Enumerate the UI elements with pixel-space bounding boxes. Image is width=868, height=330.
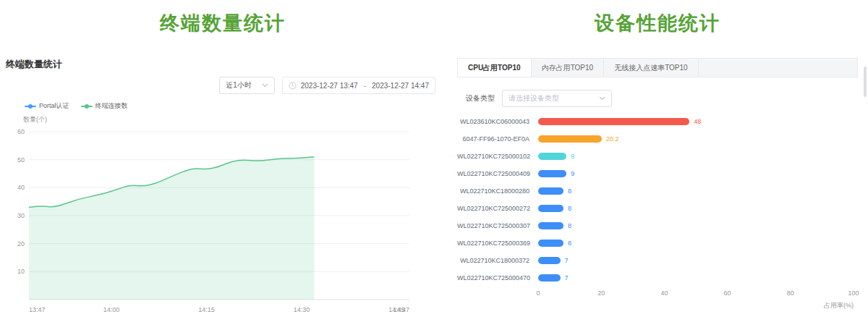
time-range-select[interactable]: 近1小时 [219,77,275,94]
bar-fill[interactable] [538,118,689,125]
date-separator: - [362,82,367,90]
bar-value-label: 8 [568,205,571,212]
device-type-filter-row: 设备类型 请选择设备类型 [466,90,858,107]
bar-value-label: 8 [568,187,571,195]
bar-category-label: WL022710KC725000409 [457,170,538,177]
x-axis-title: 占用率(%) [457,301,854,310]
chart-legend: Portal认证终端连接数 [25,101,440,111]
bar-row-3: WL022710KC7250004099 [457,165,854,182]
bar-category-label: WL022710KC18000280 [457,187,538,195]
bar-track: 8 [538,240,854,247]
y-tick-label: 50 [17,156,25,164]
bar-track: 48 [538,118,854,125]
area-fill [29,157,315,300]
date-range-picker[interactable]: 2023-12-27 13:47 - 2023-12-27 14:47 [282,77,435,94]
bar-value-label: 7 [565,257,569,264]
bar-row-8: WL022710KC180003727 [457,252,854,269]
scrollbar-thumb[interactable] [864,67,867,97]
x-tick-label: 40 [660,289,668,297]
axis-track: 020406080100 [538,289,854,299]
bar-x-axis: 020406080100 [457,289,854,299]
device-performance-section: 设备性能统计 CPU占用TOP10内存占用TOP10无线接入点速率TOP10 设… [443,0,868,330]
bar-track: 8 [538,205,854,212]
bar-row-9: WL022710KC7250004707 [457,269,854,287]
bar-value-label: 8 [568,240,571,247]
bar-value-label: 8 [568,222,571,229]
tab-0[interactable]: CPU占用TOP10 [458,59,532,77]
terminal-count-section: 终端数量统计 终端数量统计 近1小时 2023-12-27 13:47 - 20… [0,0,443,330]
y-tick-label: 10 [17,268,25,275]
y-tick-label: 30 [17,212,25,219]
device-type-placeholder: 请选择设备类型 [509,93,559,103]
bar-fill[interactable] [538,240,563,247]
bar-fill[interactable] [538,153,566,160]
top10-tab-bar: CPU占用TOP10内存占用TOP10无线接入点速率TOP10 [457,58,858,77]
x-tick-label: 14:00 [103,306,120,313]
bar-fill[interactable] [538,205,563,212]
legend-item-1[interactable]: 终端连接数 [81,101,128,111]
x-tick-label: 14:30 [294,306,310,313]
right-page-title: 设备性能统计 [457,10,858,36]
x-tick-label: 14:15 [198,306,215,313]
chevron-down-icon [599,96,605,101]
y-tick-label: 60 [17,128,25,135]
bar-category-label: 6047-FF96-1070-EF0A [457,135,538,143]
bar-fill[interactable] [538,135,602,143]
bar-row-5: WL022710KC7250002728 [457,200,854,217]
bar-fill[interactable] [538,222,563,229]
bar-row-6: WL022710KC7250003078 [457,217,854,234]
bar-fill[interactable] [538,187,563,195]
bar-category-label: WL022710KC18000372 [457,257,538,264]
bar-category-label: WL022710KC725000470 [457,274,538,282]
device-type-label: 设备类型 [466,93,495,103]
legend-label: 终端连接数 [95,101,128,111]
bar-value-label: 7 [565,274,569,282]
device-type-select[interactable]: 请选择设备类型 [502,90,612,107]
date-start: 2023-12-27 13:47 [301,82,358,90]
legend-marker-icon [25,103,36,109]
bar-category-label: WL022710KC725000369 [457,240,538,247]
cpu-top10-bar-chart[interactable]: WL023610KC06000043486047-FF96-1070-EF0A2… [457,113,858,310]
bar-track: 7 [538,257,854,264]
tab-2[interactable]: 无线接入点速率TOP10 [604,59,699,77]
y-tick-label: 20 [17,240,25,248]
axis-spacer [457,289,538,299]
x-tick-label: 20 [597,289,605,297]
bar-track: 8 [538,222,854,229]
bar-track: 8 [538,187,854,195]
bar-track: 9 [538,153,854,160]
bar-track: 9 [538,170,854,177]
time-range-value: 近1小时 [226,80,252,90]
bar-fill[interactable] [538,170,566,177]
bar-value-label: 20.2 [606,135,619,143]
left-page-title: 终端数量统计 [6,10,440,36]
bar-track: 20.2 [538,135,854,143]
date-end: 2023-12-27 14:47 [372,82,429,90]
bar-row-2: WL022710KC7250001029 [457,148,854,165]
x-tick-label: 100 [848,289,859,297]
bar-track: 7 [538,274,854,282]
bar-fill[interactable] [538,257,561,264]
bar-row-4: WL022710KC180002808 [457,182,854,200]
bar-value-label: 48 [694,118,701,125]
y-tick-label: 40 [17,184,25,191]
legend-item-0[interactable]: Portal认证 [25,101,69,111]
bar-row-7: WL022710KC7250003698 [457,234,854,252]
left-chart-controls: 近1小时 2023-12-27 13:47 - 2023-12-27 14:47 [6,77,435,94]
left-panel-title: 终端数量统计 [6,58,440,71]
y-axis-title: 数量(个) [23,115,440,124]
bar-value-label: 9 [571,153,574,160]
tab-1[interactable]: 内存占用TOP10 [532,59,605,77]
x-tick-label: 60 [724,289,731,297]
clock-icon [289,82,297,90]
chevron-down-icon [262,83,268,88]
bar-category-label: WL022710KC725000272 [457,205,538,212]
x-tick-label: 13:47 [29,306,46,313]
bar-fill[interactable] [538,274,561,282]
bar-category-label: WL023610KC06000043 [457,118,538,125]
terminal-count-area-chart[interactable]: 10203040506013:4714:0014:1514:3014:4514:… [6,126,417,317]
legend-label: Portal认证 [39,101,69,111]
bar-row-0: WL023610KC0600004348 [457,113,854,130]
legend-marker-icon [81,103,93,109]
bar-category-label: WL022710KC725000102 [457,153,538,160]
